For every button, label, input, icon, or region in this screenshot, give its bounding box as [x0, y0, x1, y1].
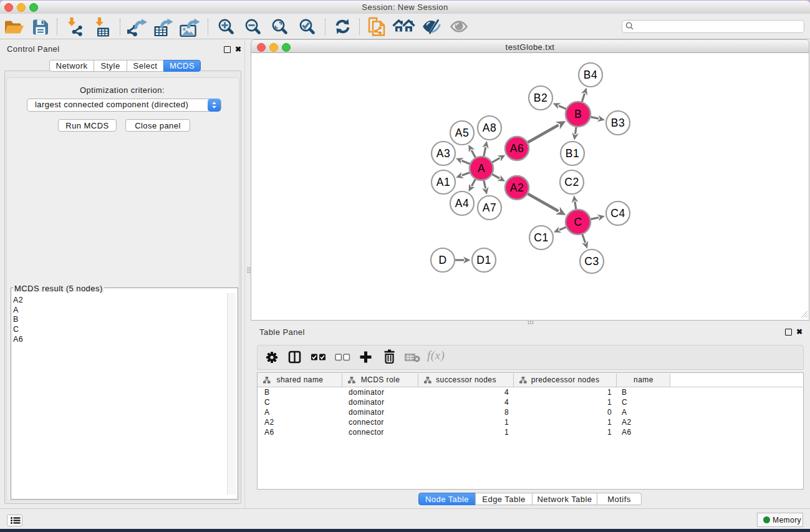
svg-text:B1: B1	[566, 147, 579, 160]
svg-text:B3: B3	[611, 117, 625, 129]
svg-text:A3: A3	[436, 147, 450, 160]
svg-text:B2: B2	[534, 92, 547, 104]
svg-text:A: A	[478, 162, 485, 175]
svg-text:A5: A5	[455, 127, 469, 139]
svg-text:C3: C3	[584, 255, 599, 268]
svg-text:A7: A7	[483, 201, 496, 214]
svg-text:B: B	[574, 108, 582, 120]
svg-text:A6: A6	[510, 142, 524, 155]
svg-text:C4: C4	[610, 207, 625, 220]
svg-text:D: D	[438, 254, 446, 266]
svg-text:D1: D1	[476, 254, 491, 266]
svg-text:C1: C1	[534, 231, 548, 244]
svg-text:A2: A2	[510, 181, 524, 194]
svg-text:C2: C2	[564, 176, 579, 188]
svg-text:A8: A8	[483, 122, 496, 134]
svg-text:A1: A1	[436, 176, 450, 188]
svg-text:A4: A4	[455, 197, 469, 210]
svg-text:C: C	[574, 216, 582, 228]
svg-text:B4: B4	[584, 69, 597, 81]
